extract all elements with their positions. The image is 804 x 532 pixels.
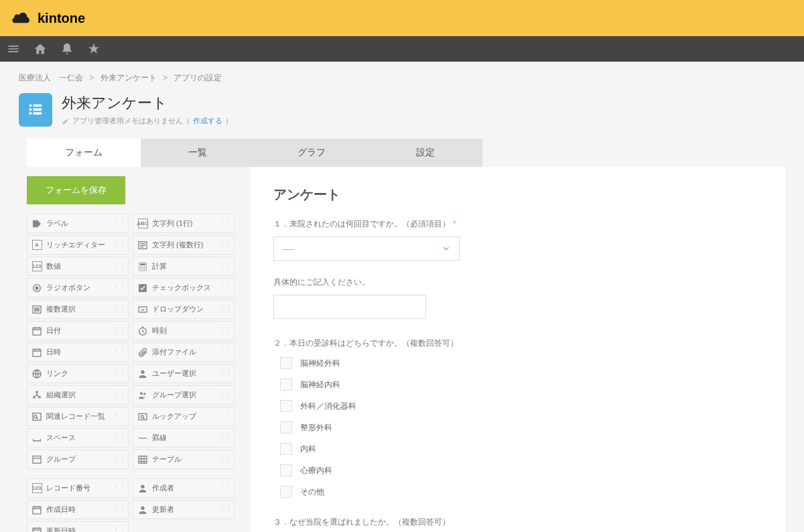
grip-icon: ⋮⋮ [113, 326, 126, 335]
field-item-org[interactable]: 組織選択⋮⋮ [27, 385, 129, 405]
checkbox-label: 外科／消化器科 [300, 401, 356, 412]
field-item-label: 組織選択 [46, 390, 76, 400]
checkbox-icon[interactable] [280, 400, 292, 412]
field-item-label: ラベル [46, 218, 68, 228]
field-item-label: グループ選択 [152, 390, 196, 400]
checkbox-row[interactable]: 内科 [280, 443, 762, 455]
created-icon [31, 505, 42, 515]
field-item-textmulti[interactable]: 文字列 (複数行)⋮⋮ [133, 235, 234, 255]
question-1-dropdown[interactable]: ----- [273, 237, 460, 261]
svg-point-3 [141, 266, 142, 267]
field-item-group[interactable]: グループ選択⋮⋮ [133, 385, 234, 405]
breadcrumb-app[interactable]: 外来アンケート [100, 73, 157, 82]
field-item-label[interactable]: ラベル⋮⋮ [27, 214, 129, 233]
menu-icon[interactable] [7, 42, 20, 56]
creator-icon [137, 483, 148, 494]
checkbox-row[interactable]: 心療内科 [280, 464, 762, 476]
field-item-num[interactable]: 123数値⋮⋮ [27, 257, 129, 276]
svg-rect-14 [33, 328, 41, 335]
field-item-dropdown[interactable]: ドロップダウン⋮⋮ [133, 300, 234, 319]
field-item-check[interactable]: チェックボックス⋮⋮ [133, 278, 234, 297]
field-item-radio[interactable]: ラジオボタン⋮⋮ [27, 278, 129, 297]
checkbox-icon[interactable] [280, 379, 292, 391]
home-icon[interactable] [34, 42, 47, 56]
field-item-text1[interactable]: ABC文字列 (1行)⋮⋮ [133, 214, 234, 233]
form-area: フォームを保存 ラベル⋮⋮ABC文字列 (1行)⋮⋮Aリッチエディター⋮⋮文字列… [27, 167, 785, 532]
date-icon [31, 326, 42, 336]
checkbox-row[interactable]: 脳神経内科 [280, 379, 762, 391]
tab-settings[interactable]: 設定 [368, 139, 482, 167]
text1-icon: ABC [137, 218, 148, 229]
grip-icon: ⋮⋮ [113, 527, 126, 532]
time-icon [137, 326, 148, 336]
grip-icon: ⋮⋮ [218, 434, 232, 442]
field-item-lookup[interactable]: ルックアップ⋮⋮ [133, 407, 234, 426]
updater-icon [137, 505, 148, 515]
field-item-datetime[interactable]: 日時⋮⋮ [27, 342, 129, 362]
grip-icon: ⋮⋮ [218, 391, 232, 399]
field-item-time[interactable]: 時刻⋮⋮ [133, 321, 234, 340]
field-item-calc[interactable]: 計算⋮⋮ [133, 257, 234, 276]
svg-point-18 [141, 370, 144, 373]
field-item-table[interactable]: テーブル⋮⋮ [133, 450, 234, 469]
grip-icon: ⋮⋮ [218, 241, 232, 249]
field-item-label: 添付ファイル [152, 347, 196, 357]
field-item-attach[interactable]: 添付ファイル⋮⋮ [133, 342, 234, 362]
radio-icon [31, 283, 42, 293]
field-item-label: ラジオボタン [46, 283, 90, 293]
field-item-updater[interactable]: 更新者⋮⋮ [133, 500, 234, 519]
field-item-multisel[interactable]: 複数選択⋮⋮ [27, 300, 129, 319]
checkbox-icon[interactable] [280, 486, 292, 498]
svg-point-23 [143, 393, 145, 395]
svg-rect-28 [33, 456, 41, 463]
edit-icon [62, 117, 70, 125]
star-icon[interactable] [87, 42, 100, 56]
required-mark: * [453, 219, 456, 228]
field-palette-system: 123レコード番号⋮⋮作成者⋮⋮作成日時⋮⋮更新者⋮⋮更新日時⋮⋮ [27, 478, 234, 532]
field-item-link[interactable]: リンク⋮⋮ [27, 364, 129, 383]
field-item-space[interactable]: スペース⋮⋮ [27, 428, 129, 448]
checkbox-row[interactable]: 整形外科 [280, 421, 762, 434]
save-form-button[interactable]: フォームを保存 [27, 176, 125, 204]
field-item-label: グループ [46, 454, 76, 464]
checkbox-row[interactable]: 脳神経外科 [280, 357, 762, 369]
dropdown-value: ----- [282, 245, 294, 253]
field-item-updated[interactable]: 更新日時⋮⋮ [27, 521, 129, 532]
tab-form[interactable]: フォーム [27, 139, 141, 167]
bell-icon[interactable] [60, 42, 74, 56]
logo[interactable]: kintone [12, 11, 85, 26]
field-item-created[interactable]: 作成日時⋮⋮ [27, 500, 129, 519]
datetime-icon [31, 347, 42, 358]
checkbox-label: 脳神経内科 [300, 379, 340, 391]
checkbox-icon[interactable] [280, 464, 292, 476]
field-item-recno[interactable]: 123レコード番号⋮⋮ [27, 478, 129, 498]
checkbox-icon[interactable] [280, 421, 292, 434]
field-item-label: 作成日時 [46, 505, 76, 515]
question-1b-input[interactable] [273, 295, 426, 319]
field-item-groupf[interactable]: グループ⋮⋮ [27, 450, 129, 469]
field-item-date[interactable]: 日付⋮⋮ [27, 321, 129, 340]
field-item-line[interactable]: 罫線⋮⋮ [133, 428, 234, 448]
grip-icon: ⋮⋮ [113, 305, 126, 314]
checkbox-icon[interactable] [280, 443, 292, 455]
field-item-rich[interactable]: Aリッチエディター⋮⋮ [27, 235, 129, 255]
field-item-creator[interactable]: 作成者⋮⋮ [133, 478, 234, 498]
space-icon [31, 433, 42, 444]
checkbox-row[interactable]: 外科／消化器科 [280, 400, 762, 412]
check-icon [137, 283, 148, 293]
tab-graph[interactable]: グラフ [255, 139, 368, 167]
app-memo: アプリ管理者用メモはありません（作成する） [62, 116, 232, 126]
field-item-user[interactable]: ユーザー選択⋮⋮ [133, 364, 234, 383]
checkbox-row[interactable]: その他 [280, 486, 762, 498]
breadcrumb-org[interactable]: 医療法人 一仁会 [19, 73, 83, 82]
field-item-label: テーブル [152, 454, 182, 464]
field-item-label: 文字列 (1行) [152, 218, 193, 228]
checkbox-icon[interactable] [280, 357, 292, 369]
field-item-label: 時刻 [152, 326, 167, 336]
svg-point-10 [36, 287, 38, 289]
question-1-label: １．来院されたのは何回目ですか。（必須項目）* [273, 218, 762, 230]
memo-create-link[interactable]: 作成する [193, 116, 222, 126]
checkbox-label: 心療内科 [300, 465, 332, 476]
tab-list[interactable]: 一覧 [141, 139, 255, 167]
field-item-related[interactable]: 関連レコード一覧⋮⋮ [27, 407, 129, 426]
